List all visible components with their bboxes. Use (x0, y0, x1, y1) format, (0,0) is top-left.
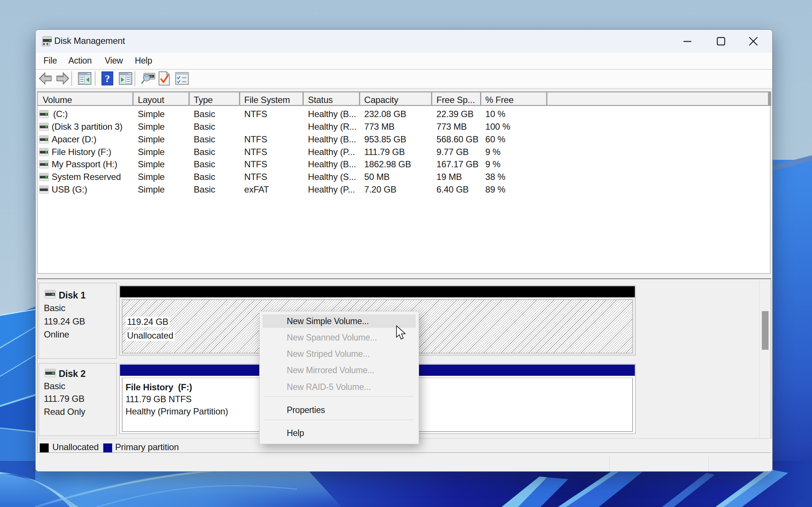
svg-text:?: ? (105, 73, 110, 84)
